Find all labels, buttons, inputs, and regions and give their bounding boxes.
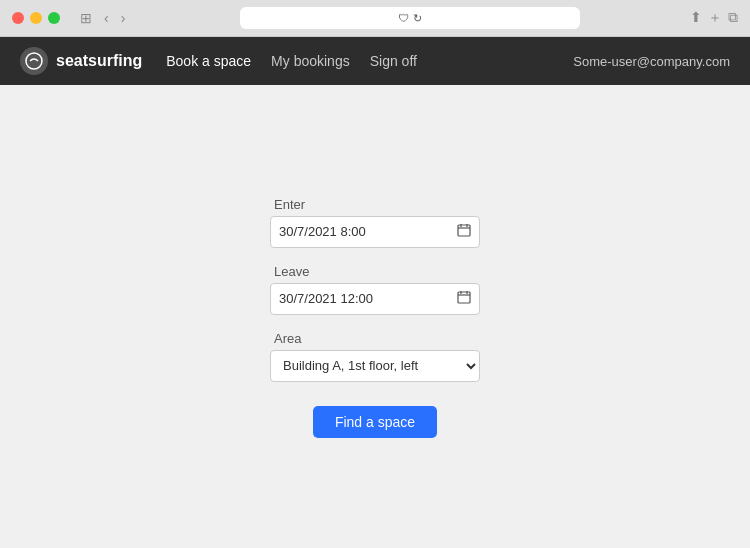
leave-calendar-icon bbox=[457, 290, 471, 307]
browser-chrome: ⊞ ‹ › 🛡 ↻ ⬆ ＋ ⧉ bbox=[0, 0, 750, 37]
main-content: Enter 30/7/2021 8:00 Leave 30/7/2021 12:… bbox=[0, 85, 750, 548]
svg-point-0 bbox=[26, 53, 42, 69]
address-bar-container: 🛡 ↻ bbox=[137, 7, 682, 29]
brand: seatsurfing bbox=[20, 47, 142, 75]
traffic-lights bbox=[12, 12, 60, 24]
tabs-icon[interactable]: ⧉ bbox=[728, 9, 738, 27]
navbar-user: Some-user@company.com bbox=[573, 54, 730, 69]
booking-form: Enter 30/7/2021 8:00 Leave 30/7/2021 12:… bbox=[270, 197, 480, 438]
enter-calendar-icon bbox=[457, 223, 471, 240]
browser-actions: ⬆ ＋ ⧉ bbox=[690, 9, 738, 27]
brand-icon bbox=[20, 47, 48, 75]
new-tab-icon[interactable]: ＋ bbox=[708, 9, 722, 27]
forward-button[interactable]: › bbox=[117, 8, 130, 28]
enter-group: Enter 30/7/2021 8:00 bbox=[270, 197, 480, 248]
refresh-icon: ↻ bbox=[413, 12, 422, 25]
enter-datetime-input[interactable]: 30/7/2021 8:00 bbox=[270, 216, 480, 248]
close-button[interactable] bbox=[12, 12, 24, 24]
svg-rect-5 bbox=[458, 292, 470, 303]
leave-label: Leave bbox=[270, 264, 309, 279]
area-group: Area Building A, 1st floor, left Buildin… bbox=[270, 331, 480, 382]
navbar-links: Book a space My bookings Sign off bbox=[166, 53, 417, 69]
nav-my-bookings[interactable]: My bookings bbox=[271, 53, 350, 69]
security-icon: 🛡 bbox=[398, 12, 409, 24]
navbar: seatsurfing Book a space My bookings Sig… bbox=[0, 37, 750, 85]
svg-rect-1 bbox=[458, 225, 470, 236]
maximize-button[interactable] bbox=[48, 12, 60, 24]
enter-label: Enter bbox=[270, 197, 305, 212]
address-bar[interactable]: 🛡 ↻ bbox=[240, 7, 580, 29]
sidebar-toggle[interactable]: ⊞ bbox=[76, 8, 96, 28]
browser-controls: ⊞ ‹ › bbox=[76, 8, 129, 28]
browser-titlebar: ⊞ ‹ › 🛡 ↻ ⬆ ＋ ⧉ bbox=[0, 0, 750, 36]
area-select[interactable]: Building A, 1st floor, left Building A, … bbox=[270, 350, 480, 382]
brand-name: seatsurfing bbox=[56, 52, 142, 70]
share-icon[interactable]: ⬆ bbox=[690, 9, 702, 27]
nav-sign-off[interactable]: Sign off bbox=[370, 53, 417, 69]
leave-datetime-value: 30/7/2021 12:00 bbox=[279, 291, 373, 306]
find-space-button[interactable]: Find a space bbox=[313, 406, 437, 438]
nav-book-space[interactable]: Book a space bbox=[166, 53, 251, 69]
leave-group: Leave 30/7/2021 12:00 bbox=[270, 264, 480, 315]
minimize-button[interactable] bbox=[30, 12, 42, 24]
leave-datetime-input[interactable]: 30/7/2021 12:00 bbox=[270, 283, 480, 315]
area-label: Area bbox=[270, 331, 301, 346]
back-button[interactable]: ‹ bbox=[100, 8, 113, 28]
enter-datetime-value: 30/7/2021 8:00 bbox=[279, 224, 366, 239]
